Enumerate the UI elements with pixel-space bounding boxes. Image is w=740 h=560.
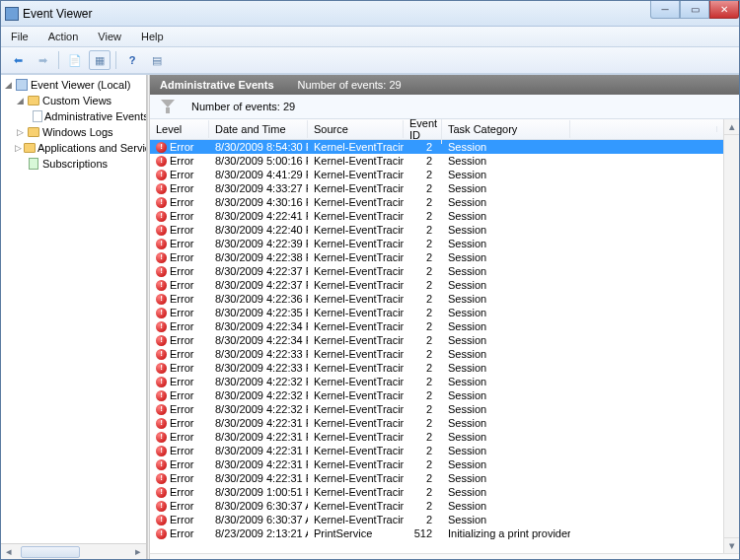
col-date[interactable]: Date and Time: [209, 120, 308, 138]
error-icon: !: [156, 252, 167, 263]
col-spacer[interactable]: [570, 126, 717, 132]
scroll-track[interactable]: [724, 135, 739, 537]
source-cell: Kernel-EventTracing: [308, 334, 404, 346]
table-row[interactable]: !Error8/30/2009 4:22:31 PMKernel-EventTr…: [150, 471, 723, 485]
error-icon: !: [156, 335, 167, 346]
forward-button[interactable]: ➡: [32, 50, 53, 70]
filter-icon[interactable]: [160, 100, 176, 113]
eventid-cell: 2: [404, 486, 442, 498]
show-tree-button[interactable]: 📄: [64, 50, 86, 70]
collapse-icon[interactable]: ◢: [15, 96, 25, 105]
table-row[interactable]: !Error8/30/2009 4:22:33 PMKernel-EventTr…: [150, 361, 723, 375]
tree-admin-events[interactable]: Administrative Events: [1, 108, 146, 124]
level-text: Error: [170, 458, 193, 470]
source-cell: Kernel-EventTracing: [308, 389, 404, 401]
table-row[interactable]: !Error8/30/2009 4:22:35 PMKernel-EventTr…: [150, 306, 723, 319]
table-row[interactable]: !Error8/30/2009 6:30:37 AMKernel-EventTr…: [150, 499, 723, 513]
horizontal-scrollbar[interactable]: ◂ ▸: [1, 543, 146, 559]
menu-help[interactable]: Help: [137, 29, 168, 44]
date-cell: 8/30/2009 4:22:37 PM: [209, 265, 308, 277]
minimize-button[interactable]: ─: [650, 1, 680, 19]
table-row[interactable]: !Error8/30/2009 4:22:31 PMKernel-EventTr…: [150, 416, 723, 430]
help-button[interactable]: ?: [121, 50, 143, 70]
maximize-button[interactable]: ▭: [680, 1, 709, 19]
error-icon: !: [156, 501, 167, 512]
error-icon: !: [156, 487, 167, 498]
source-cell: Kernel-EventTracing: [308, 514, 404, 525]
scroll-left-icon[interactable]: ◂: [1, 545, 17, 559]
tree-root[interactable]: ◢ Event Viewer (Local): [1, 77, 146, 93]
table-row[interactable]: !Error8/30/2009 4:22:31 PMKernel-EventTr…: [150, 444, 723, 457]
table-row[interactable]: !Error8/30/2009 6:30:37 AMKernel-EventTr…: [150, 513, 723, 526]
date-cell: 8/30/2009 4:22:40 PM: [209, 224, 308, 236]
table-row[interactable]: !Error8/30/2009 5:00:16 PMKernel-EventTr…: [150, 154, 723, 168]
table-row[interactable]: !Error8/23/2009 2:13:21 AMPrintService51…: [150, 526, 723, 540]
table-row[interactable]: !Error8/30/2009 4:30:16 PMKernel-EventTr…: [150, 195, 723, 209]
level-text: Error: [170, 417, 193, 429]
expand-icon[interactable]: ▷: [15, 127, 25, 137]
arrow-left-icon: ⬅: [14, 54, 23, 67]
source-cell: Kernel-EventTracing: [308, 210, 404, 222]
table-row[interactable]: !Error8/30/2009 4:22:37 PMKernel-EventTr…: [150, 278, 723, 292]
list-icon: ▤: [152, 54, 162, 67]
level-text: Error: [170, 293, 193, 305]
table-row[interactable]: !Error8/30/2009 4:33:27 PMKernel-EventTr…: [150, 181, 723, 195]
table-row[interactable]: !Error8/30/2009 4:22:32 PMKernel-EventTr…: [150, 375, 723, 388]
col-source[interactable]: Source: [308, 120, 404, 138]
col-category[interactable]: Task Category: [442, 120, 570, 138]
close-button[interactable]: ✕: [709, 1, 739, 19]
table-row[interactable]: !Error8/30/2009 4:22:32 PMKernel-EventTr…: [150, 402, 723, 416]
details-splitter[interactable]: [150, 553, 739, 559]
properties-button[interactable]: ▦: [89, 50, 111, 70]
table-row[interactable]: !Error8/30/2009 4:22:39 PMKernel-EventTr…: [150, 237, 723, 250]
table-row[interactable]: !Error8/30/2009 4:22:41 PMKernel-EventTr…: [150, 209, 723, 223]
vertical-scrollbar[interactable]: ▴ ▾: [723, 119, 739, 553]
scroll-up-icon[interactable]: ▴: [724, 119, 739, 135]
table-row[interactable]: !Error8/30/2009 4:41:29 PMKernel-EventTr…: [150, 168, 723, 181]
table-row[interactable]: !Error8/30/2009 8:54:30 PMKernel-EventTr…: [150, 140, 723, 154]
table-row[interactable]: !Error8/30/2009 4:22:32 PMKernel-EventTr…: [150, 388, 723, 402]
table-row[interactable]: !Error8/30/2009 4:22:34 PMKernel-EventTr…: [150, 319, 723, 333]
refresh-button[interactable]: ▤: [146, 50, 168, 70]
col-level[interactable]: Level: [150, 120, 209, 138]
table-row[interactable]: !Error8/30/2009 4:22:31 PMKernel-EventTr…: [150, 457, 723, 471]
date-cell: 8/30/2009 4:22:33 PM: [209, 362, 308, 374]
expand-icon[interactable]: ▷: [15, 143, 22, 153]
back-button[interactable]: ⬅: [7, 50, 29, 70]
date-cell: 8/30/2009 8:54:30 PM: [209, 141, 308, 153]
table-row[interactable]: !Error8/30/2009 4:22:40 PMKernel-EventTr…: [150, 223, 723, 237]
source-cell: Kernel-EventTracing: [308, 238, 404, 249]
eventid-cell: 2: [404, 514, 442, 525]
error-icon: !: [156, 266, 167, 277]
table-row[interactable]: !Error8/30/2009 4:22:34 PMKernel-EventTr…: [150, 333, 723, 347]
scroll-thumb[interactable]: [21, 546, 80, 558]
menu-action[interactable]: Action: [44, 29, 83, 44]
eventid-cell: 2: [404, 417, 442, 429]
source-cell: Kernel-EventTracing: [308, 141, 404, 153]
pane-title: Administrative Events: [160, 79, 274, 91]
table-row[interactable]: !Error8/30/2009 4:22:33 PMKernel-EventTr…: [150, 347, 723, 361]
window-title: Event Viewer: [23, 7, 92, 21]
menu-file[interactable]: File: [7, 29, 33, 44]
table-row[interactable]: !Error8/30/2009 4:22:37 PMKernel-EventTr…: [150, 264, 723, 278]
scroll-right-icon[interactable]: ▸: [130, 545, 146, 559]
source-cell: Kernel-EventTracing: [308, 293, 404, 305]
source-cell: Kernel-EventTracing: [308, 279, 404, 291]
source-cell: Kernel-EventTracing: [308, 251, 404, 263]
tree-subscriptions[interactable]: Subscriptions: [1, 156, 146, 172]
level-text: Error: [170, 320, 193, 332]
titlebar[interactable]: Event Viewer ─ ▭ ✕: [1, 1, 739, 27]
tree-windows-logs[interactable]: ▷ Windows Logs: [1, 124, 146, 140]
table-row[interactable]: !Error8/30/2009 4:22:31 PMKernel-EventTr…: [150, 430, 723, 444]
tree-custom-views[interactable]: ◢ Custom Views: [1, 93, 146, 108]
eventid-cell: 2: [404, 500, 442, 512]
menu-view[interactable]: View: [94, 29, 125, 44]
date-cell: 8/30/2009 4:22:31 PM: [209, 431, 308, 443]
table-row[interactable]: !Error8/30/2009 4:22:38 PMKernel-EventTr…: [150, 250, 723, 264]
collapse-icon[interactable]: ◢: [3, 80, 13, 90]
tree-apps-services[interactable]: ▷ Applications and Services Lo: [1, 140, 146, 156]
source-cell: Kernel-EventTracing: [308, 445, 404, 456]
table-row[interactable]: !Error8/30/2009 1:00:51 PMKernel-EventTr…: [150, 485, 723, 499]
table-row[interactable]: !Error8/30/2009 4:22:36 PMKernel-EventTr…: [150, 292, 723, 306]
scroll-down-icon[interactable]: ▾: [724, 537, 739, 553]
